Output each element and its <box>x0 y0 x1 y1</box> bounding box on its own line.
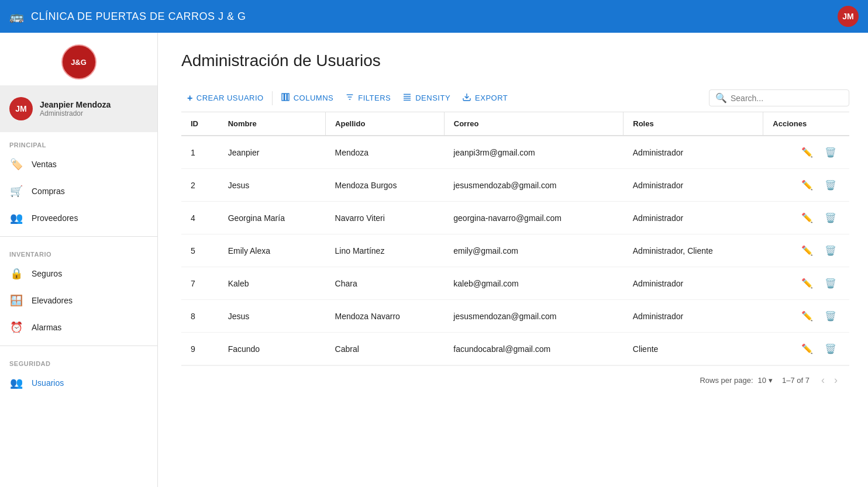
cell-roles: Administrador <box>624 169 763 202</box>
logo: J&G <box>61 44 97 80</box>
dropdown-icon: ▾ <box>769 376 773 385</box>
cell-nombre: Facundo <box>219 333 326 365</box>
rows-per-page-value: 10 <box>758 376 766 385</box>
pagination: Rows per page: 10 ▾ 1–7 of 7 ‹ › <box>181 365 849 395</box>
cell-nombre: Jeanpier <box>219 136 326 169</box>
people-icon: 👥 <box>9 212 23 224</box>
cell-nombre: Emily Alexa <box>219 234 326 267</box>
header-avatar[interactable]: JM <box>838 6 859 27</box>
filter-icon <box>345 92 354 103</box>
cell-apellido: Lino Martínez <box>326 234 445 267</box>
columns-button[interactable]: COLUMNS <box>275 89 340 107</box>
create-user-button[interactable]: + CREAR USUARIO <box>181 89 270 107</box>
sidebar: J&G JM Jeanpier Mendoza Administrador Pr… <box>0 33 158 487</box>
alarm-icon: ⏰ <box>9 321 23 334</box>
col-header-correo: Correo <box>444 112 623 136</box>
col-header-nombre: Nombre <box>219 112 326 136</box>
svg-rect-2 <box>287 94 289 101</box>
cell-nombre: Jesus <box>219 169 326 202</box>
sidebar-label-seguros: Seguros <box>32 269 62 278</box>
cell-id: 8 <box>181 300 219 333</box>
delete-button[interactable]: 🗑️ <box>821 308 840 324</box>
delete-button[interactable]: 🗑️ <box>821 210 840 226</box>
cell-roles: Administrador <box>624 202 763 234</box>
cell-correo: jesusmendozan@gmail.com <box>444 300 623 333</box>
cell-acciones: ✏️ 🗑️ <box>763 169 849 202</box>
edit-button[interactable]: ✏️ <box>798 210 817 226</box>
sidebar-label-usuarios: Usuarios <box>32 378 64 388</box>
sidebar-divider-1 <box>0 236 157 237</box>
plus-icon: + <box>187 93 193 103</box>
cell-id: 7 <box>181 267 219 300</box>
cell-acciones: ✏️ 🗑️ <box>763 267 849 300</box>
edit-button[interactable]: ✏️ <box>798 177 817 193</box>
cell-nombre: Georgina María <box>219 202 326 234</box>
sidebar-item-elevadores[interactable]: 🪟 Elevadores <box>0 287 157 314</box>
cell-acciones: ✏️ 🗑️ <box>763 234 849 267</box>
export-button[interactable]: EXPORT <box>456 89 514 107</box>
search-icon: 🔍 <box>715 92 727 103</box>
delete-button[interactable]: 🗑️ <box>821 275 840 291</box>
edit-button[interactable]: ✏️ <box>798 275 817 291</box>
sidebar-label-alarmas: Alarmas <box>32 323 61 332</box>
sidebar-item-alarmas[interactable]: ⏰ Alarmas <box>0 314 157 341</box>
search-input[interactable] <box>731 94 843 103</box>
section-label-inventario: Inventario <box>0 241 157 260</box>
delete-button[interactable]: 🗑️ <box>821 243 840 258</box>
sidebar-item-usuarios[interactable]: 👥 Usuarios <box>0 369 157 396</box>
col-header-id: ID <box>181 112 219 136</box>
cell-correo: jesusmendozab@gmail.com <box>444 169 623 202</box>
section-label-seguridad: Seguridad <box>0 351 157 369</box>
rows-per-page-select[interactable]: 10 ▾ <box>758 376 773 385</box>
users-icon: 👥 <box>9 377 23 389</box>
svg-rect-1 <box>284 94 286 101</box>
elevator-icon: 🪟 <box>9 294 23 307</box>
pagination-range: 1–7 of 7 <box>782 376 810 385</box>
delete-button[interactable]: 🗑️ <box>821 144 840 160</box>
svg-rect-0 <box>282 94 284 101</box>
pagination-nav: ‹ › <box>819 373 840 388</box>
top-header: 🚌 CLÍNICA DE PUERTAS DE CARROS J & G JM <box>0 0 868 33</box>
rows-per-page-label: Rows per page: <box>700 376 753 385</box>
cell-roles: Administrador <box>624 267 763 300</box>
cell-id: 2 <box>181 169 219 202</box>
delete-button[interactable]: 🗑️ <box>821 177 840 193</box>
sidebar-user-name: Jeanpier Mendoza <box>40 100 111 109</box>
edit-button[interactable]: ✏️ <box>798 308 817 324</box>
table-row: 9 Facundo Cabral facundocabral@gmail.com… <box>181 333 849 365</box>
sidebar-item-ventas[interactable]: 🏷️ Ventas <box>0 151 157 178</box>
logo-wrap: J&G <box>0 33 157 85</box>
cell-correo: jeanpi3rm@gmail.com <box>444 136 623 169</box>
lock-icon: 🔒 <box>9 267 23 280</box>
next-page-button[interactable]: › <box>832 373 840 388</box>
cell-acciones: ✏️ 🗑️ <box>763 202 849 234</box>
sidebar-user-info: Jeanpier Mendoza Administrador <box>40 100 111 118</box>
toolbar: + CREAR USUARIO COLUMNS FILTERS <box>181 84 849 112</box>
section-label-principal: Principal <box>0 132 157 151</box>
density-button[interactable]: DENSITY <box>397 89 456 107</box>
edit-button[interactable]: ✏️ <box>798 341 817 357</box>
sidebar-divider-2 <box>0 346 157 346</box>
sidebar-item-seguros[interactable]: 🔒 Seguros <box>0 260 157 287</box>
sidebar-item-proveedores[interactable]: 👥 Proveedores <box>0 205 157 232</box>
col-header-apellido: Apellido <box>326 112 445 136</box>
cell-id: 4 <box>181 202 219 234</box>
sidebar-item-compras[interactable]: 🛒 Compras <box>0 178 157 205</box>
cell-roles: Administrador <box>624 136 763 169</box>
rows-per-page: Rows per page: 10 ▾ <box>700 376 773 385</box>
prev-page-button[interactable]: ‹ <box>819 373 827 388</box>
cell-id: 9 <box>181 333 219 365</box>
table-row: 2 Jesus Mendoza Burgos jesusmendozab@gma… <box>181 169 849 202</box>
cell-apellido: Mendoza <box>326 136 445 169</box>
table-row: 4 Georgina María Navarro Viteri georgina… <box>181 202 849 234</box>
sidebar-user: JM Jeanpier Mendoza Administrador <box>0 85 157 132</box>
toolbar-divider-1 <box>272 91 273 105</box>
users-table: ID Nombre Apellido Correo Roles Acciones… <box>181 112 849 365</box>
filters-button[interactable]: FILTERS <box>339 89 397 107</box>
edit-button[interactable]: ✏️ <box>798 243 817 258</box>
bus-icon: 🚌 <box>9 9 24 23</box>
edit-button[interactable]: ✏️ <box>798 144 817 160</box>
page-title: Administración de Usuarios <box>181 51 849 70</box>
cell-apellido: Navarro Viteri <box>326 202 445 234</box>
delete-button[interactable]: 🗑️ <box>821 341 840 357</box>
